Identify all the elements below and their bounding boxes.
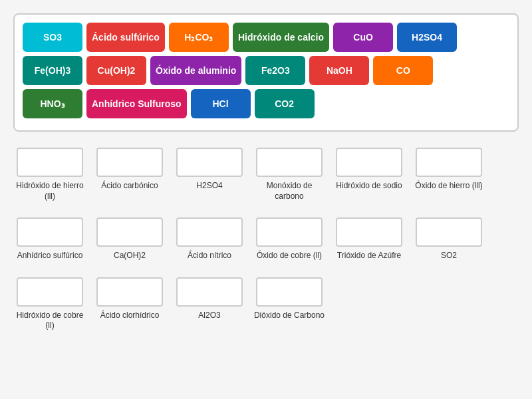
chip-0-2[interactable]: H₂CO₃ bbox=[169, 23, 229, 52]
drop-label-1-0: Anhídrico sulfúrico bbox=[17, 251, 83, 261]
drop-item-0-5: Óxido de hierro (lll) bbox=[412, 148, 485, 201]
drop-label-2-2: Al2O3 bbox=[198, 311, 220, 321]
chip-2-3[interactable]: CO2 bbox=[255, 89, 315, 118]
drop-label-0-4: Hidróxido de sodio bbox=[336, 181, 402, 192]
drop-item-2-0: Hidróxido de cobre (ll) bbox=[13, 277, 86, 331]
drop-box-0-4[interactable] bbox=[336, 148, 402, 177]
chip-0-0[interactable]: SO3 bbox=[23, 23, 82, 52]
drop-item-0-3: Monóxido de carbono bbox=[253, 148, 326, 201]
drop-item-0-4: Hidróxido de sodio bbox=[332, 148, 406, 201]
drop-box-2-1[interactable] bbox=[96, 277, 163, 307]
chip-1-3[interactable]: Fe2O3 bbox=[245, 56, 305, 85]
chip-1-5[interactable]: CO bbox=[373, 56, 433, 85]
chip-1-1[interactable]: Cu(OH)2 bbox=[86, 56, 146, 85]
drop-box-1-4[interactable] bbox=[336, 217, 402, 247]
drop-item-1-0: Anhídrico sulfúrico bbox=[13, 217, 86, 261]
drop-label-0-2: H2SO4 bbox=[196, 181, 222, 192]
drop-item-1-1: Ca(OH)2 bbox=[93, 217, 166, 261]
drop-box-0-2[interactable] bbox=[176, 148, 243, 177]
chip-1-0[interactable]: Fe(OH)3 bbox=[23, 56, 82, 85]
drop-row-0: Hidróxido de hierro (lll)Ácido carbónico… bbox=[13, 148, 519, 201]
drop-box-0-3[interactable] bbox=[256, 148, 323, 177]
drop-box-2-3[interactable] bbox=[256, 277, 323, 307]
drop-label-2-3: Dióxido de Carbono bbox=[254, 311, 325, 321]
drop-label-0-0: Hidróxido de hierro (lll) bbox=[13, 181, 86, 201]
drop-box-2-2[interactable] bbox=[176, 277, 243, 307]
drop-item-1-5: SO2 bbox=[412, 217, 485, 261]
drop-row-2: Hidróxido de cobre (ll)Ácido clorhídrico… bbox=[13, 277, 519, 331]
chip-container: SO3Ácido sulfúricoH₂CO₃Hidróxido de calc… bbox=[13, 13, 519, 132]
drop-box-1-1[interactable] bbox=[96, 217, 163, 247]
drop-box-1-2[interactable] bbox=[176, 217, 243, 247]
chip-0-3[interactable]: Hidróxido de calcio bbox=[233, 23, 329, 52]
drop-label-1-1: Ca(OH)2 bbox=[114, 251, 146, 261]
chip-row-1: Fe(OH)3Cu(OH)2Óxido de aluminioFe2O3NaOH… bbox=[23, 56, 509, 85]
drop-label-2-0: Hidróxido de cobre (ll) bbox=[13, 311, 86, 331]
drop-item-2-3: Dióxido de Carbono bbox=[253, 277, 326, 331]
drop-label-2-1: Ácido clorhídrico bbox=[100, 311, 160, 321]
drop-label-1-2: Ácido nítrico bbox=[188, 251, 231, 261]
drop-item-0-2: H2SO4 bbox=[173, 148, 246, 201]
chip-1-4[interactable]: NaOH bbox=[309, 56, 369, 85]
drop-item-1-2: Ácido nítrico bbox=[173, 217, 246, 261]
drop-label-1-3: Óxido de cobre (ll) bbox=[257, 251, 322, 261]
drop-box-2-0[interactable] bbox=[17, 277, 83, 307]
chip-0-5[interactable]: H2SO4 bbox=[397, 23, 457, 52]
drop-area: Hidróxido de hierro (lll)Ácido carbónico… bbox=[13, 148, 519, 347]
drop-box-1-0[interactable] bbox=[17, 217, 83, 247]
drop-item-2-1: Ácido clorhídrico bbox=[93, 277, 166, 331]
chip-0-1[interactable]: Ácido sulfúrico bbox=[86, 23, 165, 52]
drop-item-1-3: Óxido de cobre (ll) bbox=[253, 217, 326, 261]
drop-item-2-2: Al2O3 bbox=[173, 277, 246, 331]
chip-1-2[interactable]: Óxido de aluminio bbox=[150, 56, 241, 85]
chip-row-2: HNO₃Anhídrico SulfurosoHClCO2 bbox=[23, 89, 509, 118]
chip-2-0[interactable]: HNO₃ bbox=[23, 89, 82, 118]
drop-label-0-1: Ácido carbónico bbox=[101, 181, 158, 192]
drop-label-0-5: Óxido de hierro (lll) bbox=[415, 181, 482, 192]
drop-box-1-5[interactable] bbox=[416, 217, 482, 247]
drop-label-0-3: Monóxido de carbono bbox=[253, 181, 326, 201]
chip-row-0: SO3Ácido sulfúricoH₂CO₃Hidróxido de calc… bbox=[23, 23, 509, 52]
drop-box-0-5[interactable] bbox=[416, 148, 482, 177]
chip-2-2[interactable]: HCl bbox=[191, 89, 251, 118]
drop-label-1-4: Trióxido de Azúfre bbox=[337, 251, 401, 261]
drop-item-0-0: Hidróxido de hierro (lll) bbox=[13, 148, 86, 201]
drop-row-1: Anhídrico sulfúricoCa(OH)2Ácido nítricoÓ… bbox=[13, 217, 519, 261]
drop-label-1-5: SO2 bbox=[441, 251, 457, 261]
drop-item-0-1: Ácido carbónico bbox=[93, 148, 166, 201]
drop-item-1-4: Trióxido de Azúfre bbox=[332, 217, 406, 261]
drop-box-1-3[interactable] bbox=[256, 217, 323, 247]
drop-box-0-1[interactable] bbox=[96, 148, 163, 177]
chip-2-1[interactable]: Anhídrico Sulfuroso bbox=[86, 89, 187, 118]
chip-0-4[interactable]: CuO bbox=[333, 23, 393, 52]
drop-box-0-0[interactable] bbox=[17, 148, 83, 177]
